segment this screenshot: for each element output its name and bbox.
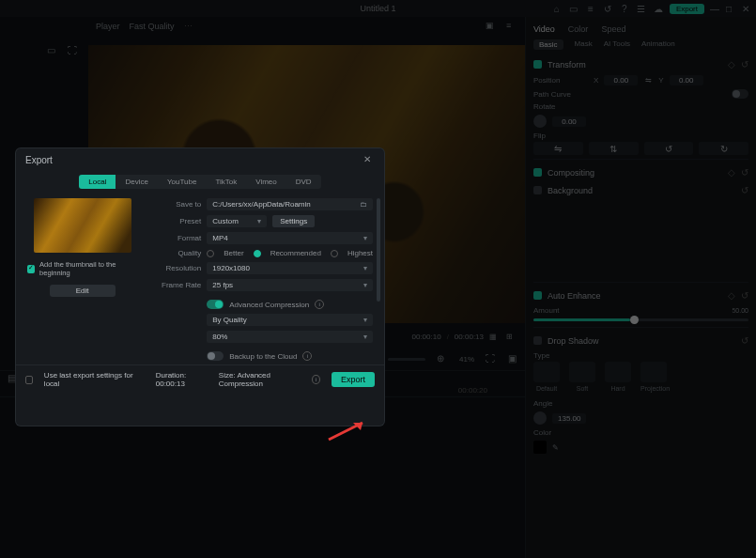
export-duration: Duration: 00:00:13 (156, 371, 208, 388)
export-tab-tiktok[interactable]: TikTok (206, 175, 246, 189)
cloud-backup-toggle[interactable] (207, 351, 224, 361)
cloud-info-icon[interactable]: i (302, 351, 312, 361)
add-thumbnail-label: Add the thumbnail to the beginning (39, 260, 137, 277)
framerate-label: Frame Rate (148, 281, 201, 289)
dialog-title: Export (25, 155, 53, 165)
advcomp-quality-select[interactable]: 80%▾ (207, 331, 373, 343)
format-label: Format (148, 234, 201, 242)
export-thumbnail (34, 198, 131, 253)
use-last-settings-checkbox[interactable] (25, 376, 33, 384)
export-size: Size: Advanced Compression (219, 371, 301, 388)
thumbnail-edit-button[interactable]: Edit (50, 285, 116, 297)
advanced-compression-label: Advanced Compression (229, 301, 309, 309)
export-tab-youtube[interactable]: YouTube (158, 175, 206, 189)
export-tab-dvd[interactable]: DVD (286, 175, 321, 189)
preset-label: Preset (148, 217, 201, 225)
annotation-arrow (325, 419, 370, 442)
saveto-label: Save to (148, 200, 201, 209)
add-thumbnail-checkbox[interactable] (27, 265, 35, 273)
format-select[interactable]: MP4▾ (207, 232, 373, 244)
preset-select[interactable]: Custom▾ (207, 215, 267, 227)
use-last-settings-label: Use last export settings for local (44, 371, 133, 388)
dialog-close-button[interactable]: ✕ (363, 154, 375, 165)
saveto-input[interactable]: C:/Users/xx/AppData/Roamin 🗀 (207, 198, 373, 210)
export-tab-vimeo[interactable]: Vimeo (246, 175, 286, 189)
quality-label: Quality (148, 249, 201, 257)
framerate-select[interactable]: 25 fps▾ (207, 279, 373, 291)
resolution-label: Resolution (148, 264, 201, 272)
export-button[interactable]: Export (332, 372, 375, 387)
advcomp-mode-select[interactable]: By Quality▾ (207, 314, 373, 326)
advanced-compression-toggle[interactable] (207, 300, 224, 309)
export-dialog: Export ✕ Local Device YouTube TikTok Vim… (16, 148, 384, 426)
size-info-icon[interactable]: i (312, 375, 320, 384)
quality-better-radio[interactable] (207, 250, 214, 257)
folder-icon[interactable]: 🗀 (360, 200, 367, 209)
quality-highest-radio[interactable] (331, 250, 338, 257)
resolution-select[interactable]: 1920x1080▾ (207, 262, 373, 274)
export-tab-local[interactable]: Local (79, 175, 116, 189)
quality-recommended-radio[interactable] (254, 250, 261, 257)
cloud-backup-label: Backup to the Cloud (229, 352, 297, 361)
advcomp-info-icon[interactable]: i (315, 300, 324, 309)
modal-scrollbar[interactable] (377, 198, 380, 361)
quality-radio-group: Better Recommended Highest (207, 249, 373, 257)
preset-settings-button[interactable]: Settings (272, 215, 315, 227)
export-tab-device[interactable]: Device (116, 175, 157, 189)
